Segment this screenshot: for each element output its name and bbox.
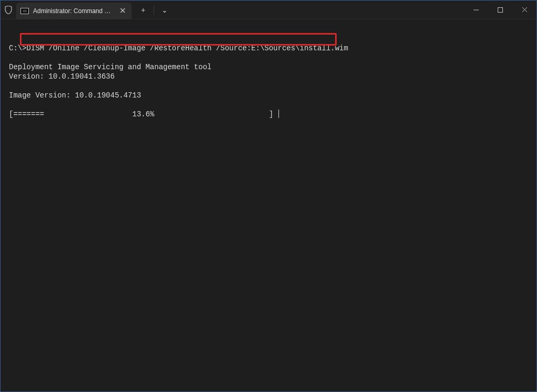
titlebar: C:\ Administrator: Command Prompt + ⌄	[1, 1, 536, 19]
prompt: C:\>	[9, 44, 27, 52]
output-image-version: Image Version: 10.0.19045.4713	[9, 91, 141, 100]
output-tool-name: Deployment Image Servicing and Managemen…	[9, 63, 211, 71]
new-tab-button[interactable]: +	[135, 2, 152, 18]
text-cursor	[278, 110, 279, 118]
terminal-body[interactable]: C:\>DISM /Online /Cleanup-Image /Restore…	[1, 19, 536, 391]
output-tool-version: Version: 10.0.19041.3636	[9, 72, 115, 81]
output-progress-bar: [======= 13.6% ]	[9, 110, 277, 118]
tab-actions-divider	[154, 5, 154, 15]
window-controls	[464, 1, 536, 19]
terminal-window: C:\ Administrator: Command Prompt + ⌄	[0, 0, 537, 392]
svg-rect-0	[498, 7, 503, 12]
shield-icon	[1, 6, 16, 14]
tab-command-prompt[interactable]: C:\ Administrator: Command Prompt	[16, 3, 132, 19]
cmd-icon: C:\	[20, 8, 29, 14]
close-button[interactable]	[512, 1, 536, 19]
command-text: DISM /Online /Cleanup-Image /RestoreHeal…	[27, 44, 348, 52]
tab-dropdown-button[interactable]: ⌄	[156, 2, 173, 18]
tab-close-button[interactable]	[118, 7, 127, 15]
maximize-button[interactable]	[488, 1, 512, 19]
minimize-button[interactable]	[464, 1, 488, 19]
tab-title: Administrator: Command Prompt	[33, 7, 114, 15]
titlebar-left: C:\ Administrator: Command Prompt + ⌄	[1, 1, 464, 19]
tab-actions: + ⌄	[132, 2, 173, 18]
